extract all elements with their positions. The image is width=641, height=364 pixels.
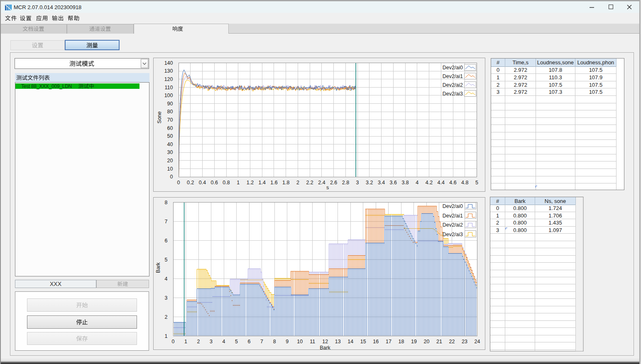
svg-text:2.2: 2.2: [306, 180, 313, 186]
svg-text:70: 70: [167, 117, 173, 123]
svg-text:1.435: 1.435: [548, 220, 562, 226]
svg-text:Dev2/ai3: Dev2/ai3: [443, 232, 463, 237]
svg-text:1.4: 1.4: [259, 180, 266, 186]
svg-text:8: 8: [273, 339, 276, 344]
svg-text:Dev2/ai3: Dev2/ai3: [443, 91, 463, 97]
svg-text:90: 90: [167, 101, 173, 107]
svg-text:Dev2/ai2: Dev2/ai2: [443, 82, 463, 88]
svg-text:50: 50: [167, 133, 173, 139]
svg-text:0: 0: [170, 174, 173, 180]
svg-text:5: 5: [235, 339, 238, 344]
svg-text:6: 6: [165, 238, 168, 244]
svg-text:107.5: 107.5: [589, 67, 603, 73]
svg-text:3: 3: [210, 339, 213, 344]
svg-text:100: 100: [164, 93, 173, 98]
svg-text:2.972: 2.972: [514, 67, 527, 73]
svg-text:107.9: 107.9: [589, 74, 603, 81]
svg-text:14: 14: [347, 339, 353, 344]
svg-text:21: 21: [436, 339, 442, 344]
svg-text:2.972: 2.972: [514, 89, 527, 95]
svg-text:0.800: 0.800: [513, 227, 527, 233]
svg-text:9: 9: [286, 339, 289, 344]
svg-text:1.706: 1.706: [548, 213, 562, 219]
svg-text:30: 30: [167, 149, 173, 155]
svg-text:80: 80: [167, 109, 173, 115]
svg-text:6: 6: [248, 339, 251, 344]
svg-text:0.800: 0.800: [513, 220, 527, 226]
svg-text:Dev2/ai1: Dev2/ai1: [443, 73, 463, 79]
svg-text:1.097: 1.097: [548, 227, 562, 233]
svg-text:Dev2/ai2: Dev2/ai2: [443, 222, 463, 228]
svg-text:107.5: 107.5: [589, 82, 603, 88]
svg-text:Dev2/ai0: Dev2/ai0: [443, 65, 463, 71]
svg-text:2: 2: [296, 180, 299, 186]
svg-text:3.8: 3.8: [401, 180, 409, 186]
svg-text:5: 5: [165, 257, 168, 263]
svg-text:0: 0: [177, 180, 180, 186]
svg-text:15: 15: [360, 339, 366, 344]
svg-text:7: 7: [260, 339, 263, 344]
svg-text:23: 23: [462, 339, 467, 344]
svg-text:11: 11: [310, 339, 315, 344]
svg-text:1: 1: [496, 213, 499, 219]
svg-text:4.4: 4.4: [438, 180, 445, 186]
svg-text:3: 3: [356, 180, 359, 186]
svg-text:2.972: 2.972: [514, 74, 527, 81]
svg-text:0: 0: [497, 67, 499, 73]
svg-text:2: 2: [197, 339, 200, 344]
svg-text:s: s: [326, 185, 329, 191]
svg-text:1: 1: [237, 180, 240, 186]
svg-text:1: 1: [497, 74, 499, 81]
svg-text:40: 40: [167, 142, 173, 147]
svg-text:24: 24: [475, 339, 480, 344]
svg-text:110.3: 110.3: [549, 74, 562, 81]
svg-text:1: 1: [165, 333, 168, 339]
svg-text:18: 18: [398, 339, 404, 344]
svg-text:4: 4: [416, 180, 418, 186]
svg-text:0.6: 0.6: [211, 180, 218, 186]
svg-text:17: 17: [386, 339, 391, 344]
svg-text:107.8: 107.8: [549, 67, 563, 73]
svg-text:#: #: [496, 198, 499, 204]
svg-text:2: 2: [165, 314, 168, 320]
svg-text:1.724: 1.724: [548, 205, 562, 211]
svg-text:3.6: 3.6: [390, 180, 397, 186]
svg-text:1.8: 1.8: [282, 180, 289, 186]
svg-text:Bark: Bark: [320, 345, 330, 350]
svg-text:13: 13: [335, 339, 341, 344]
svg-text:4: 4: [165, 276, 168, 282]
svg-text:4.6: 4.6: [449, 180, 456, 186]
svg-text:10: 10: [167, 166, 173, 172]
svg-text:3: 3: [496, 227, 499, 233]
svg-text:2: 2: [497, 82, 499, 88]
svg-text:Sone: Sone: [157, 111, 162, 123]
svg-text:3: 3: [497, 89, 499, 95]
svg-text:4.8: 4.8: [461, 180, 468, 186]
svg-text:0.800: 0.800: [513, 205, 527, 211]
svg-text:12: 12: [322, 339, 328, 344]
svg-text:0: 0: [172, 339, 175, 344]
svg-text:4: 4: [223, 339, 225, 344]
svg-text:2.8: 2.8: [342, 180, 349, 186]
svg-text:140: 140: [164, 60, 173, 66]
svg-text:Ns, sone: Ns, sone: [545, 198, 566, 204]
svg-text:Bark: Bark: [155, 262, 161, 273]
svg-text:0.4: 0.4: [199, 180, 206, 186]
svg-text:2: 2: [496, 220, 499, 226]
svg-text:2.972: 2.972: [514, 82, 527, 88]
svg-text:0.2: 0.2: [187, 180, 194, 186]
svg-text:107.3: 107.3: [549, 89, 563, 95]
svg-text:Dev2/ai0: Dev2/ai0: [443, 203, 463, 209]
svg-text:1.2: 1.2: [247, 180, 254, 186]
svg-text:19: 19: [411, 339, 417, 344]
svg-text:3.4: 3.4: [378, 180, 385, 186]
svg-text:107.5: 107.5: [549, 82, 563, 88]
svg-text:Loudness,phon: Loudness,phon: [577, 59, 614, 66]
svg-text:60: 60: [167, 125, 173, 131]
svg-text:8: 8: [165, 200, 168, 205]
svg-text:20: 20: [167, 158, 173, 164]
svg-text:22: 22: [449, 339, 455, 344]
svg-text:10: 10: [297, 339, 303, 344]
svg-text:Bark: Bark: [514, 198, 526, 204]
svg-text:#: #: [497, 59, 500, 66]
